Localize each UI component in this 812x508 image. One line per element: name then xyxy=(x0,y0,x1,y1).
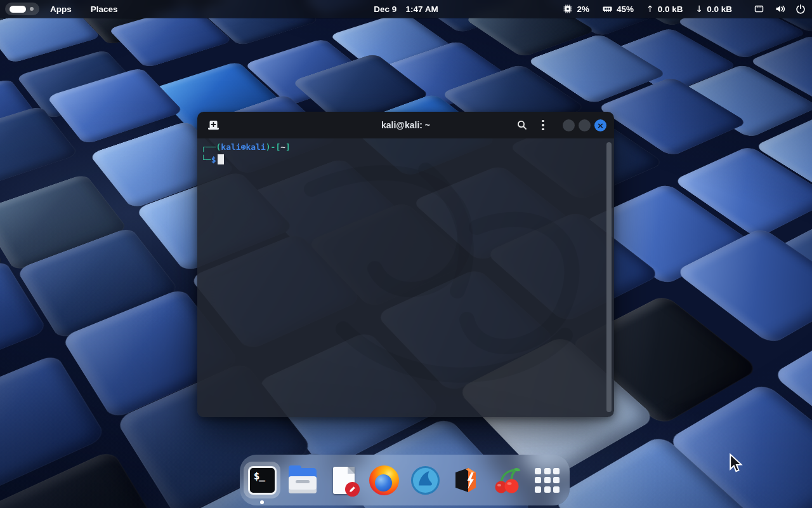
panel-time: 1:47 AM xyxy=(405,4,438,14)
cherrytree-icon xyxy=(492,465,521,495)
net-upload-value: 0.0 kB xyxy=(658,4,683,14)
clock-widget[interactable]: Dec 9 1:47 AM xyxy=(374,0,438,18)
terminal-body[interactable]: ┌──(kali⊛kali)-[~] └─$ xyxy=(197,138,614,417)
workspace-active-pill[interactable] xyxy=(10,6,26,13)
edit-pencil-badge xyxy=(345,482,360,497)
net-download-value: 0.0 kB xyxy=(707,4,732,14)
memory-icon xyxy=(602,4,613,14)
cpu-indicator[interactable]: 2% xyxy=(556,4,596,14)
search-icon xyxy=(516,119,528,131)
prompt-host: kali xyxy=(246,142,265,152)
kebab-menu-icon xyxy=(542,120,544,131)
wireshark-icon xyxy=(410,465,440,495)
menu-button[interactable] xyxy=(535,117,551,133)
dock-item-show-apps[interactable] xyxy=(529,462,566,498)
app-grid-icon xyxy=(535,468,560,493)
memory-indicator[interactable]: 45% xyxy=(596,4,640,14)
cpu-value: 2% xyxy=(577,4,589,14)
kali-dragon-watermark xyxy=(267,145,597,411)
workspace-dot[interactable] xyxy=(30,7,34,11)
terminal-scrollbar[interactable] xyxy=(606,142,612,412)
maximize-button[interactable] xyxy=(579,119,591,131)
download-arrow-icon: ↓ xyxy=(695,4,703,14)
net-download-indicator[interactable]: ↓ 0.0 kB xyxy=(689,4,738,14)
firefox-icon xyxy=(369,465,399,495)
new-tab-button[interactable] xyxy=(205,117,222,133)
window-controls: × xyxy=(563,119,606,131)
prompt-frame-line2: └─ xyxy=(201,155,211,164)
volume-icon[interactable] xyxy=(775,4,785,14)
prompt-line-2: └─$ xyxy=(201,154,610,166)
prompt-cwd: ~ xyxy=(280,142,285,152)
places-menu[interactable]: Places xyxy=(82,2,126,17)
minimize-button[interactable] xyxy=(563,119,575,131)
power-icon[interactable] xyxy=(796,4,806,14)
text-editor-icon xyxy=(333,467,355,494)
dock-item-cherrytree[interactable] xyxy=(488,462,525,498)
system-tray xyxy=(754,4,806,14)
dock-item-terminal[interactable]: $_ xyxy=(244,462,280,498)
search-button[interactable] xyxy=(514,117,530,133)
dock-item-firefox[interactable] xyxy=(366,462,403,498)
terminal-icon: $_ xyxy=(248,466,277,495)
prompt-frame-mid: )-[ xyxy=(266,142,280,152)
apps-menu[interactable]: Apps xyxy=(42,2,80,17)
terminal-window: kali@kali: ~ × xyxy=(197,112,614,417)
terminal-icon-glyph: $_ xyxy=(250,468,275,482)
network-wired-icon[interactable] xyxy=(754,4,764,14)
dock-item-text-editor[interactable] xyxy=(325,462,362,498)
titlebar-actions: × xyxy=(514,117,606,133)
window-title: kali@kali: ~ xyxy=(381,120,430,130)
new-tab-icon xyxy=(207,120,219,131)
prompt-symbol: $ xyxy=(211,155,216,164)
cpu-icon xyxy=(563,4,573,14)
dock: $_ xyxy=(240,455,570,505)
close-button[interactable]: × xyxy=(594,119,606,131)
prompt-frame-close: ] xyxy=(285,142,291,152)
panel-date: Dec 9 xyxy=(374,4,396,14)
workspace-switcher[interactable] xyxy=(5,3,39,15)
prompt-line-1: ┌──(kali⊛kali)-[~] xyxy=(201,141,610,154)
memory-value: 45% xyxy=(617,4,634,14)
prompt-user: kali xyxy=(221,142,240,152)
burpsuite-icon xyxy=(451,465,480,495)
panel-left: Apps Places xyxy=(0,2,126,17)
top-panel: Apps Places Dec 9 1:47 AM 2% xyxy=(0,0,812,18)
terminal-text-cursor xyxy=(218,154,224,164)
file-manager-icon xyxy=(288,467,317,493)
dock-item-wireshark[interactable] xyxy=(407,462,443,498)
prompt-frame-open: ┌──( xyxy=(201,142,221,152)
panel-right: 2% 45% ↑ 0.0 kB ↓ 0.0 kB xyxy=(556,4,812,14)
dock-item-file-manager[interactable] xyxy=(284,462,321,498)
net-upload-indicator[interactable]: ↑ 0.0 kB xyxy=(640,4,690,14)
dock-item-burpsuite[interactable] xyxy=(447,462,484,498)
terminal-titlebar[interactable]: kali@kali: ~ × xyxy=(197,112,614,138)
upload-arrow-icon: ↑ xyxy=(646,4,654,14)
